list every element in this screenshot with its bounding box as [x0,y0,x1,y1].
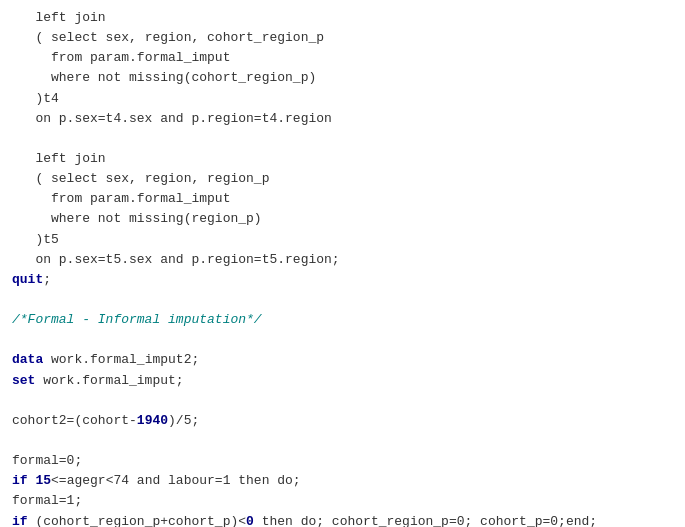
code-keyword-leftjoin: left join [35,10,105,25]
code-line: left join [12,8,673,28]
code-line: left join [12,149,673,169]
code-line: /*Formal - Informal imputation*/ [12,310,673,330]
code-line: on p.sex=t5.sex and p.region=t5.region; [12,250,673,270]
code-line [12,431,673,451]
code-line: ( select sex, region, cohort_region_p [12,28,673,48]
code-line: )t5 [12,230,673,250]
code-line: from param.formal_imput [12,48,673,68]
code-line [12,129,673,149]
code-line: quit; [12,270,673,290]
code-line [12,330,673,350]
code-line: data work.formal_imput2; [12,350,673,370]
code-line [12,391,673,411]
code-line: where not missing(region_p) [12,209,673,229]
code-line: set work.formal_imput; [12,371,673,391]
code-line: formal=0; [12,451,673,471]
code-line: ( select sex, region, region_p [12,169,673,189]
code-line: )t4 [12,89,673,109]
code-line: cohort2=(cohort-1940)/5; [12,411,673,431]
code-line: from param.formal_imput [12,189,673,209]
code-line: if (cohort_region_p+cohort_p)<0 then do;… [12,512,673,527]
code-line: on p.sex=t4.sex and p.region=t4.region [12,109,673,129]
code-editor: left join ( select sex, region, cohort_r… [0,0,685,527]
code-line [12,290,673,310]
code-line: if 15<=agegr<74 and labour=1 then do; [12,471,673,491]
code-line: formal=1; [12,491,673,511]
code-line: where not missing(cohort_region_p) [12,68,673,88]
